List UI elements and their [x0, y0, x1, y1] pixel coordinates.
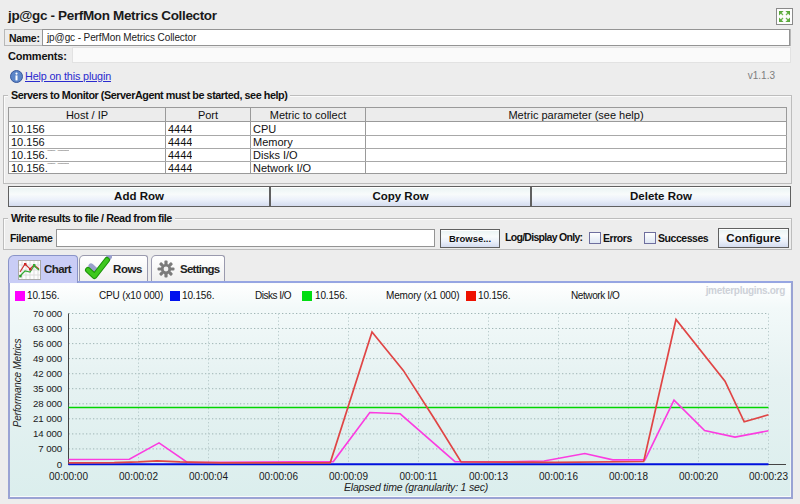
- svg-text:00:00:23: 00:00:23: [749, 471, 788, 482]
- svg-text:63 000: 63 000: [33, 323, 63, 334]
- svg-text:28 000: 28 000: [33, 398, 63, 409]
- svg-text:00:00:20: 00:00:20: [679, 471, 718, 482]
- svg-text:70 000: 70 000: [33, 308, 63, 319]
- svg-text:7 000: 7 000: [38, 443, 62, 454]
- svg-text:42 000: 42 000: [33, 368, 63, 379]
- svg-text:14 000: 14 000: [33, 428, 63, 439]
- svg-text:00:00:00: 00:00:00: [49, 471, 88, 482]
- svg-text:56 000: 56 000: [33, 338, 63, 349]
- svg-text:21 000: 21 000: [33, 413, 63, 424]
- svg-text:49 000: 49 000: [33, 353, 63, 364]
- svg-text:35 000: 35 000: [33, 383, 63, 394]
- svg-text:0: 0: [57, 459, 63, 470]
- svg-text:00:00:02: 00:00:02: [119, 471, 158, 482]
